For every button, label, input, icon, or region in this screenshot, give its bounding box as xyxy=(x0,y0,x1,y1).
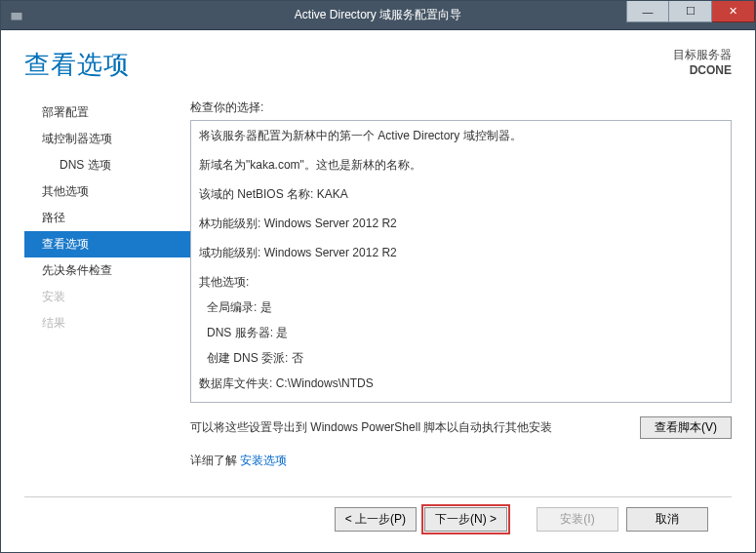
export-hint: 可以将这些设置导出到 Windows PowerShell 脚本以自动执行其他安… xyxy=(190,419,640,436)
learn-more: 详细了解 安装选项 xyxy=(190,453,732,469)
sidebar-item-prereq-check[interactable]: 先决条件检查 xyxy=(24,257,190,284)
review-line: 新域名为"kaka.com"。这也是新林的名称。 xyxy=(199,156,723,174)
title-bar: Active Directory 域服务配置向导 — ☐ ✕ xyxy=(1,1,755,30)
sidebar-item-review-options[interactable]: 查看选项 xyxy=(24,231,190,257)
sidebar-item-results: 结果 xyxy=(24,310,190,336)
sidebar-item-paths[interactable]: 路径 xyxy=(24,205,190,231)
review-text-box[interactable]: 将该服务器配置为新林中的第一个 Active Directory 域控制器。 新… xyxy=(190,120,732,403)
learn-more-link[interactable]: 安装选项 xyxy=(240,454,287,467)
svg-rect-1 xyxy=(11,11,22,13)
review-line: 将该服务器配置为新林中的第一个 Active Directory 域控制器。 xyxy=(199,127,723,144)
sidebar-item-additional-options[interactable]: 其他选项 xyxy=(24,178,190,205)
view-script-button[interactable]: 查看脚本(V) xyxy=(640,416,732,439)
sidebar-item-dc-options[interactable]: 域控制器选项 xyxy=(24,126,190,152)
sidebar-item-dns-options[interactable]: DNS 选项 xyxy=(24,152,190,178)
window-controls: — ☐ ✕ xyxy=(626,1,755,29)
target-server-label: 目标服务器 xyxy=(673,48,732,63)
review-line: DNS 服务器: 是 xyxy=(199,324,723,341)
close-button[interactable]: ✕ xyxy=(712,1,755,22)
app-icon xyxy=(7,6,26,25)
next-button[interactable]: 下一步(N) > xyxy=(424,507,507,532)
wizard-sidebar: 部署配置 域控制器选项 DNS 选项 其他选项 路径 查看选项 先决条件检查 安… xyxy=(24,92,190,491)
sidebar-item-deployment-config[interactable]: 部署配置 xyxy=(24,99,190,126)
minimize-button[interactable]: — xyxy=(626,1,669,22)
review-prompt: 检查你的选择: xyxy=(190,99,732,116)
target-server-info: 目标服务器 DCONE xyxy=(673,48,732,78)
previous-button[interactable]: < 上一步(P) xyxy=(335,507,417,532)
review-line: 全局编录: 是 xyxy=(199,298,723,316)
target-server-name: DCONE xyxy=(673,63,732,79)
review-line: 域功能级别: Windows Server 2012 R2 xyxy=(199,244,723,261)
sidebar-item-install: 安装 xyxy=(24,284,190,310)
learn-more-prefix: 详细了解 xyxy=(190,454,237,467)
review-line: 该域的 NetBIOS 名称: KAKA xyxy=(199,185,723,203)
wizard-footer: < 上一步(P) 下一步(N) > 安装(I) 取消 xyxy=(24,496,732,545)
review-line: 数据库文件夹: C:\Windows\NTDS xyxy=(199,375,723,392)
maximize-button[interactable]: ☐ xyxy=(669,1,712,22)
page-title: 查看选项 xyxy=(24,48,130,82)
review-line: 其他选项: xyxy=(199,273,723,291)
review-line: 创建 DNS 委派: 否 xyxy=(199,349,723,367)
install-button: 安装(I) xyxy=(537,507,618,532)
review-line: 林功能级别: Windows Server 2012 R2 xyxy=(199,215,723,232)
cancel-button[interactable]: 取消 xyxy=(626,507,708,532)
